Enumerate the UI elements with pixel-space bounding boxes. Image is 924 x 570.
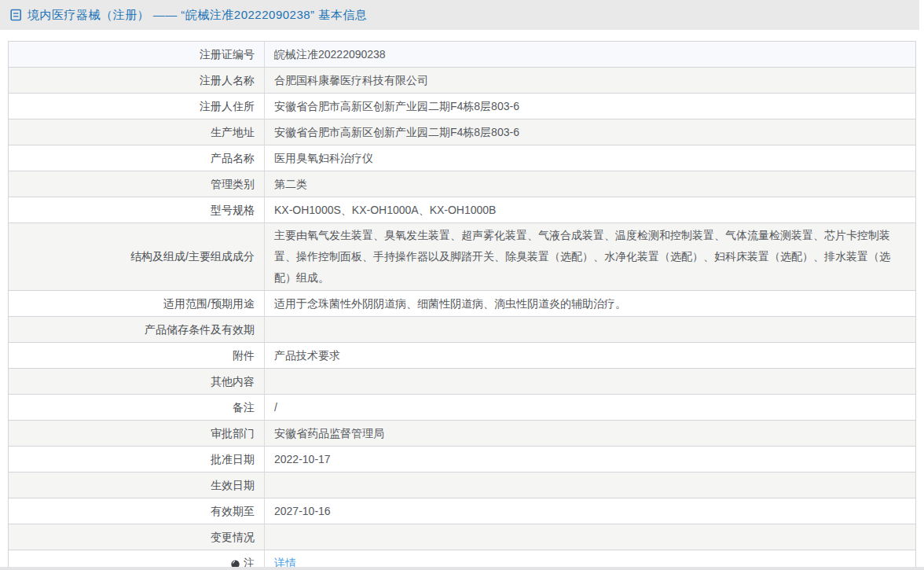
table-row: 有效期至2027-10-16 [9,498,915,524]
page-title: 境内医疗器械（注册） —— “皖械注准20222090238” 基本信息 [28,8,367,23]
row-value: 2022-10-17 [265,447,915,472]
row-value-text: 2022-10-17 [274,449,331,470]
row-value-text: 第二类 [274,174,307,195]
row-value: 2027-10-16 [265,498,915,524]
bottom-strip [0,567,924,570]
row-value-text: / [274,397,277,418]
table-row: 其他内容 [9,369,915,395]
row-value: 主要由氧气发生装置、臭氧发生装置、超声雾化装置、气液合成装置、温度检测和控制装置… [265,223,915,290]
row-value [265,369,915,394]
table-row: 生效日期 [9,473,915,498]
row-value: 合肥国科康馨医疗科技有限公司 [265,68,915,93]
table-row: 结构及组成/主要组成成分主要由氧气发生装置、臭氧发生装置、超声雾化装置、气液合成… [9,223,915,291]
table-row: 批准日期2022-10-17 [9,447,915,473]
row-value [265,473,915,498]
table-row: 注册人名称合肥国科康馨医疗科技有限公司 [9,68,915,94]
row-label: 适用范围/预期用途 [9,291,265,316]
row-value: 安徽省药品监督管理局 [265,421,915,446]
table-row: 适用范围/预期用途适用于念珠菌性外阴阴道病、细菌性阴道病、滴虫性阴道炎的辅助治疗… [9,291,915,317]
row-value: 安徽省合肥市高新区创新产业园二期F4栋8层803-6 [265,120,915,145]
row-value-text: 医用臭氧妇科治疗仪 [274,148,373,169]
row-value-text: 2027-10-16 [274,501,331,522]
row-label: 产品名称 [9,145,265,171]
row-value [265,524,915,550]
row-label: 审批部门 [9,421,265,446]
table-row: 管理类别第二类 [9,171,915,197]
row-value: 皖械注准20222090238 [265,42,915,67]
row-label: 有效期至 [9,498,265,524]
document-icon [10,9,22,21]
table-row: 产品名称医用臭氧妇科治疗仪 [9,145,915,171]
page: 境内医疗器械（注册） —— “皖械注准20222090238” 基本信息 注册证… [0,0,924,570]
row-value-text: 安徽省合肥市高新区创新产业园二期F4栋8层803-6 [274,96,519,117]
row-label: 附件 [9,343,265,368]
row-value [265,317,915,342]
table-row: 型号规格KX-OH1000S、KX-OH1000A、KX-OH1000B [9,197,915,223]
row-value-text: 合肥国科康馨医疗科技有限公司 [274,70,428,91]
row-label: 其他内容 [9,369,265,394]
row-value-text: 产品技术要求 [274,345,340,366]
row-value: 医用臭氧妇科治疗仪 [265,145,915,171]
table-row: 变更情况 [9,524,915,550]
row-label: 批准日期 [9,447,265,472]
info-table: 注册证编号皖械注准20222090238注册人名称合肥国科康馨医疗科技有限公司注… [8,41,916,570]
table-row: 附件产品技术要求 [9,343,915,369]
page-header: 境内医疗器械（注册） —— “皖械注准20222090238” 基本信息 [0,0,919,30]
row-label: 注册人住所 [9,94,265,119]
table-row: 产品储存条件及有效期 [9,317,915,343]
header-gap [0,30,924,41]
table-row: 审批部门安徽省药品监督管理局 [9,421,915,447]
row-label: 变更情况 [9,524,265,550]
row-value-text: 皖械注准20222090238 [274,44,386,65]
row-label: 注册证编号 [9,42,265,67]
table-row: 注册人住所安徽省合肥市高新区创新产业园二期F4栋8层803-6 [9,94,915,120]
row-value: 第二类 [265,171,915,197]
table-row: 注册证编号皖械注准20222090238 [9,42,915,68]
table-row: 备注/ [9,395,915,421]
row-value-text: 安徽省合肥市高新区创新产业园二期F4栋8层803-6 [274,122,519,143]
row-label: 注册人名称 [9,68,265,93]
row-value-text: 适用于念珠菌性外阴阴道病、细菌性阴道病、滴虫性阴道炎的辅助治疗。 [274,293,626,314]
row-value: 适用于念珠菌性外阴阴道病、细菌性阴道病、滴虫性阴道炎的辅助治疗。 [265,291,915,316]
row-value: 安徽省合肥市高新区创新产业园二期F4栋8层803-6 [265,94,915,119]
row-label: 结构及组成/主要组成成分 [9,223,265,290]
row-label: 生产地址 [9,120,265,145]
table-row: 生产地址安徽省合肥市高新区创新产业园二期F4栋8层803-6 [9,120,915,145]
row-label: 备注 [9,395,265,420]
row-label: 型号规格 [9,197,265,222]
row-value: / [265,395,915,420]
row-label: 管理类别 [9,171,265,197]
row-value-text: 主要由氧气发生装置、臭氧发生装置、超声雾化装置、气液合成装置、温度检测和控制装置… [274,225,906,289]
row-label: 产品储存条件及有效期 [9,317,265,342]
row-value: KX-OH1000S、KX-OH1000A、KX-OH1000B [265,197,915,222]
row-value-text: KX-OH1000S、KX-OH1000A、KX-OH1000B [274,200,496,221]
row-label: 生效日期 [9,473,265,498]
row-value-text: 安徽省药品监督管理局 [274,423,384,444]
row-value: 产品技术要求 [265,343,915,368]
